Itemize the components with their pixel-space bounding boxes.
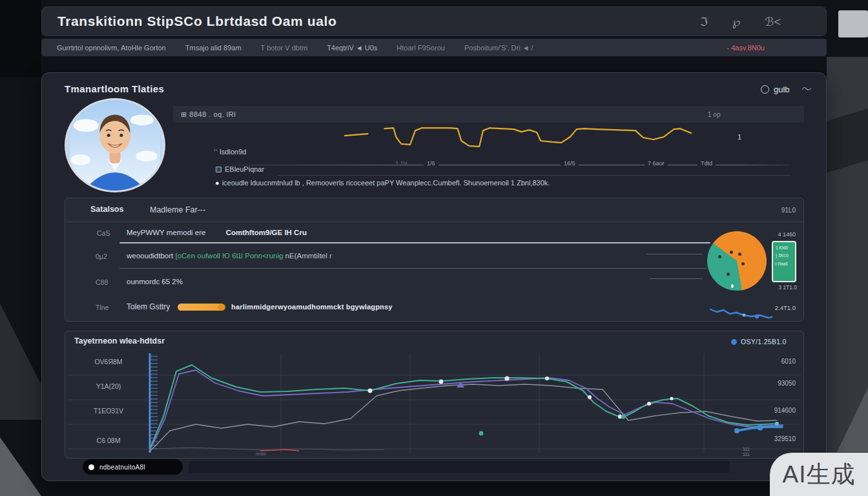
bg-wedge-bottom-left-dark (0, 304, 41, 420)
row-key-3: C88 (96, 278, 108, 286)
series-label-2: EBleuPiqnar (216, 165, 264, 173)
axis-tick-2: 16/5 (561, 160, 579, 167)
link-icon[interactable]: ℬ< (765, 15, 781, 29)
row-1-underline (119, 242, 710, 243)
green-highlight-text: [oCen oufwoll Ю 6Ш Ponn<runig (175, 252, 283, 260)
legend-line-1: 1 Юd0 (776, 244, 792, 252)
progress-pill (178, 304, 224, 311)
grid-icon: ⊞ (181, 110, 187, 118)
row-2-underline (119, 268, 706, 269)
pie-legend-box: 1 Юd0 ) 3N10 i Яaa6 (772, 241, 796, 282)
bottom-chart-value-text: OSY/1.25B1.0 (741, 338, 787, 346)
table-row[interactable]: Tolem Gsttry (127, 302, 170, 311)
pie-dot (730, 251, 733, 254)
nav-item-5[interactable]: Htoarl F9Sorou (397, 44, 445, 52)
table-row[interactable]: ounmordc 65 2% (127, 278, 183, 285)
refresh-label: gulb (774, 85, 790, 94)
footer-pill-button[interactable]: ndbeatnuitoA8l (83, 459, 183, 475)
row-4-bold-text: harlimmidgerwyoamudhommckt bgywlagpnsy (231, 303, 393, 311)
nav-item-4[interactable]: T4eqtriV ◄ U0s (327, 44, 377, 52)
ai-watermark: AI生成 (770, 453, 868, 496)
strip-right-label: 1 op (708, 111, 720, 118)
pie-dot (718, 255, 721, 258)
footer-pill-label: ndbeatnuitoA8l (99, 464, 145, 471)
yellow-sparkline (342, 123, 701, 155)
legend-line-3: i Яaa6 (776, 260, 792, 268)
bg-wedge-top-left (0, 0, 41, 78)
spark-annotation: 1 (738, 133, 741, 141)
right-value-2: 93050 (750, 380, 796, 387)
refresh-icon (761, 85, 769, 94)
avatar[interactable] (65, 98, 165, 192)
bullet-icon: ● (215, 179, 220, 187)
stats-table-card (65, 198, 804, 322)
footer-input-strip[interactable] (189, 461, 730, 473)
pie-dot (741, 262, 745, 265)
axis-tick-3: 7 6aor (645, 160, 668, 167)
tiny-chart-label: nnao (256, 451, 266, 456)
right-value-4: 329510 (750, 435, 796, 442)
row-value-1: 4 1460 (757, 231, 796, 238)
nav-item-6[interactable]: Posboitum/'S', Dri ◄ / (464, 44, 533, 52)
header-bar: Transkitionn StipSCo Lbrtdasd Oam ualo ℑ… (41, 6, 827, 36)
refresh-control[interactable]: gulb (761, 85, 812, 94)
nav-red-value: - 4asv.8N0u (727, 44, 765, 52)
blue-mini-sparkline (709, 305, 774, 322)
page-root: Transkitionn StipSCo Lbrtdasd Oam ualo ℑ… (0, 0, 868, 496)
series-2-swatch-icon (216, 167, 222, 172)
table-header-col1: Satalsos (90, 205, 123, 214)
bottom-chart-header-value: OSY/1.25B1.0 (731, 338, 787, 346)
ai-watermark-text: AI生成 (783, 459, 856, 491)
pie-callout-1 (647, 254, 703, 254)
multi-series-line-chart[interactable] (68, 352, 801, 455)
chart-footnote: 111 111 (743, 447, 750, 457)
right-value-3: 914600 (750, 407, 796, 414)
pie-callout-2 (650, 278, 703, 279)
row-key-2: 0µ2 (96, 253, 107, 260)
strip-label: ⊞ 8848 . oq. lRl (181, 110, 236, 119)
nav-item-1[interactable]: Gurrtrtol opnnolivm, AtoHle Gorton (57, 44, 166, 52)
pen-icon[interactable] (801, 85, 812, 94)
nav-item-2[interactable]: Tmsajo alid 89am (185, 44, 242, 52)
axis-tick-1: 1/6 (424, 160, 439, 167)
legend-line-2: ) 3N10 (776, 252, 792, 260)
pie-dot (727, 273, 730, 276)
blue-dot-icon (731, 339, 737, 345)
row-key-4: Tlne (96, 304, 108, 311)
table-header-value: 91L0 (754, 207, 796, 214)
record-dot-icon (88, 464, 94, 470)
table-header-col2: Madleme Far--- (150, 205, 205, 214)
purple-series (150, 370, 783, 450)
nav-bar: Gurrtrtol opnnolivm, AtoHle Gorton Tmsaj… (41, 39, 827, 56)
teal-series (150, 365, 777, 449)
pie-sliver (731, 284, 734, 288)
divider-line (278, 175, 791, 176)
pie-chart[interactable] (707, 231, 767, 291)
series-mark: ¹* (214, 148, 218, 154)
table-row[interactable]: MeyPWWY memodi ere Comthftom9/GE IH Cru (127, 229, 307, 236)
ornament-icon-1[interactable]: ℑ (699, 15, 708, 29)
table-header-divider (65, 222, 803, 222)
avatar-illustration (67, 100, 163, 191)
nav-item-3[interactable]: T botor V dbtm (261, 44, 308, 52)
table-row[interactable]: weooudidtbort [oCen oufwoll Ю 6Ш Ponn<ru… (127, 252, 332, 260)
row-key-1: CaS (97, 229, 110, 237)
ornament-icon-2[interactable]: ℘ (732, 15, 741, 29)
gray-series (150, 384, 777, 451)
axis-tick-4: Tdtd (698, 160, 716, 167)
panel-title: Tmanartloom Tlaties (65, 83, 164, 94)
bottom-chart-title: Tayetrneon wlea-hdtdsr (74, 336, 165, 346)
strip-text: 8848 . oq. lRl (189, 110, 236, 118)
toolbar-strip: ⊞ 8848 . oq. lRl 1 op (173, 106, 804, 123)
right-value-1: 6010 (750, 358, 796, 365)
bg-light-block (838, 10, 868, 37)
series-label-1: ¹*Isdlon9d (214, 148, 246, 156)
summary-note: ●iceoudle lduucnmtnlud lb , Remooverls r… (215, 179, 796, 187)
row-value-3: 3 1T1.0 (758, 284, 797, 291)
pie-dot (738, 253, 741, 256)
app-title: Transkitionn StipSCo Lbrtdasd Oam ualo (57, 14, 336, 29)
